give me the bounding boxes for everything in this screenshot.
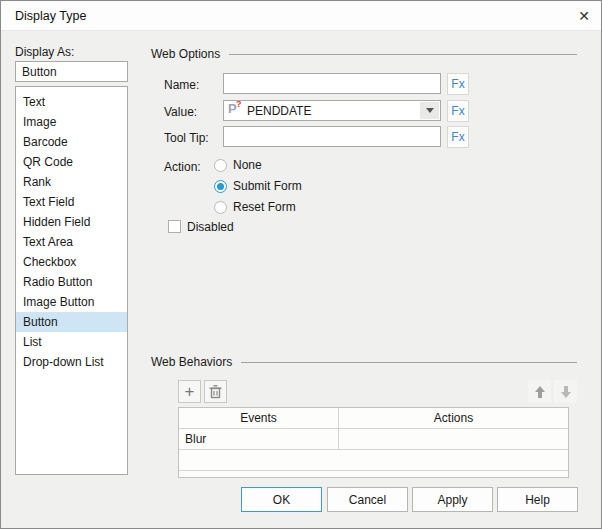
action-cell[interactable]	[339, 429, 568, 450]
list-item[interactable]: Checkbox	[16, 252, 127, 272]
help-button[interactable]: Help	[497, 487, 578, 512]
radio-option-none[interactable]: None	[214, 158, 262, 172]
list-item[interactable]: List	[16, 332, 127, 352]
radio-option-reset-form[interactable]: Reset Form	[214, 200, 296, 214]
events-column-header: Events	[179, 408, 339, 429]
list-item[interactable]: Text Area	[16, 232, 127, 252]
display-as-label: Display As:	[15, 45, 74, 59]
disabled-checkbox[interactable]	[168, 220, 181, 233]
tooltip-fx-button[interactable]: Fx	[447, 126, 469, 148]
radio-submit-form-label[interactable]: Submit Form	[233, 179, 302, 193]
table-row[interactable]: Blur	[179, 429, 568, 450]
display-type-dialog: Display Type ✕ Display As: Text Image Ba…	[0, 0, 602, 529]
radio-reset-form-label[interactable]: Reset Form	[233, 200, 296, 214]
delete-behavior-button[interactable]	[204, 380, 227, 403]
list-item[interactable]: QR Code	[16, 152, 127, 172]
tooltip-input[interactable]	[223, 126, 441, 147]
web-options-title: Web Options	[151, 47, 220, 61]
value-fx-button[interactable]: Fx	[447, 100, 469, 122]
name-label: Name:	[164, 78, 199, 92]
list-item[interactable]: Text	[16, 92, 127, 112]
ok-button[interactable]: OK	[241, 487, 322, 512]
parameter-icon: P ?	[228, 103, 243, 118]
action-label: Action:	[164, 160, 201, 174]
add-behavior-button[interactable]: +	[178, 380, 201, 403]
move-down-button[interactable]	[554, 380, 577, 403]
list-item[interactable]: Image Button	[16, 292, 127, 312]
titlebar: Display Type	[1, 1, 601, 31]
close-icon[interactable]: ✕	[567, 1, 601, 31]
event-cell[interactable]: Blur	[179, 429, 339, 450]
list-item[interactable]: Rank	[16, 172, 127, 192]
separator-line	[229, 54, 577, 55]
table-empty-row[interactable]	[179, 450, 568, 471]
list-item[interactable]: Barcode	[16, 132, 127, 152]
move-up-button[interactable]	[528, 380, 551, 403]
dialog-title: Display Type	[15, 9, 86, 23]
up-arrow-icon	[533, 385, 547, 399]
list-item[interactable]: Hidden Field	[16, 212, 127, 232]
value-combobox-text: PENDDATE	[247, 104, 420, 118]
display-type-listbox[interactable]: Text Image Barcode QR Code Rank Text Fie…	[15, 86, 128, 475]
radio-none-icon[interactable]	[214, 159, 227, 172]
radio-option-submit-form[interactable]: Submit Form	[214, 179, 302, 193]
combo-dropdown-arrow-icon[interactable]	[420, 102, 439, 119]
radio-submit-form-icon-checked[interactable]	[214, 180, 227, 193]
tooltip-label: Tool Tip:	[164, 131, 209, 145]
down-arrow-icon	[559, 385, 573, 399]
table-header-row: Events Actions	[179, 408, 568, 429]
radio-none-label[interactable]: None	[233, 158, 262, 172]
list-item-selected[interactable]: Button	[16, 312, 127, 332]
name-fx-button[interactable]: Fx	[447, 73, 469, 95]
trash-icon	[209, 385, 222, 399]
apply-button[interactable]: Apply	[412, 487, 493, 512]
web-behaviors-title: Web Behaviors	[151, 355, 232, 369]
list-item[interactable]: Image	[16, 112, 127, 132]
list-item[interactable]: Drop-down List	[16, 352, 127, 372]
value-label: Value:	[164, 105, 197, 119]
radio-reset-form-icon[interactable]	[214, 201, 227, 214]
list-item[interactable]: Radio Button	[16, 272, 127, 292]
name-input[interactable]	[223, 73, 441, 94]
web-options-header: Web Options	[151, 47, 577, 61]
disabled-checkbox-label[interactable]: Disabled	[187, 220, 234, 234]
behaviors-table: Events Actions Blur	[178, 407, 569, 478]
display-as-input[interactable]	[15, 61, 128, 82]
actions-column-header: Actions	[339, 408, 568, 429]
value-combobox[interactable]: P ? PENDDATE	[223, 100, 441, 121]
list-item[interactable]: Text Field	[16, 192, 127, 212]
separator-line	[241, 362, 577, 363]
cancel-button[interactable]: Cancel	[327, 487, 408, 512]
web-behaviors-header: Web Behaviors	[151, 355, 577, 369]
